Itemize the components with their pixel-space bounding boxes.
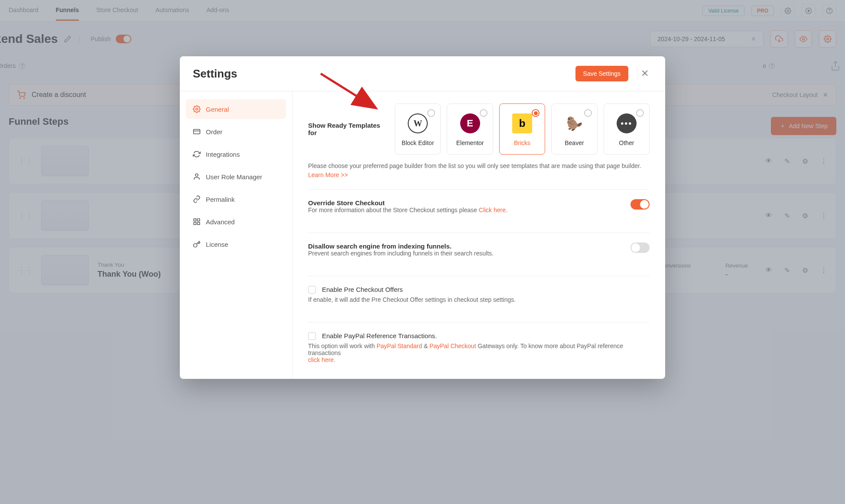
close-dialog-button[interactable]: ✕ xyxy=(637,66,652,81)
override-click-here-link[interactable]: Click here xyxy=(479,207,506,213)
nav-user-role[interactable]: User Role Manager xyxy=(186,167,286,187)
radio-icon xyxy=(427,109,435,117)
disallow-desc: Prevent search engines from including fu… xyxy=(308,250,630,257)
radio-icon xyxy=(584,109,592,117)
nav-integrations[interactable]: Integrations xyxy=(186,144,286,164)
builder-block-editor[interactable]: WBlock Editor xyxy=(395,103,441,155)
beaver-icon: 🦫 xyxy=(564,113,584,133)
dialog-title: Settings xyxy=(193,67,237,81)
nav-general[interactable]: General xyxy=(186,99,286,119)
period: . xyxy=(506,207,507,213)
paypal-click-here-link[interactable]: click here. xyxy=(308,356,335,363)
radio-icon xyxy=(636,109,644,117)
override-checkout-title: Override Store Checkout xyxy=(308,199,630,207)
learn-more-link[interactable]: Learn More >> xyxy=(308,171,348,178)
nav-advanced[interactable]: Advanced xyxy=(186,212,286,232)
nav-order[interactable]: Order xyxy=(186,122,286,142)
amp: & xyxy=(422,342,429,349)
builder-elementor[interactable]: EElementor xyxy=(447,103,493,155)
builder-help-text: Please choose your preferred page builde… xyxy=(308,162,641,169)
disallow-title: Disallow search engine from indexing fun… xyxy=(308,242,630,250)
settings-main-pane: Show Ready Templates for WBlock Editor E… xyxy=(292,91,665,379)
builder-name: Elementor xyxy=(452,139,488,146)
builder-name: Other xyxy=(608,139,645,146)
link-icon xyxy=(193,195,201,203)
svg-rect-14 xyxy=(194,219,196,221)
svg-rect-16 xyxy=(198,223,200,225)
paypal-checkbox[interactable] xyxy=(308,332,316,340)
more-icon: ••• xyxy=(617,113,637,133)
nav-permalink[interactable]: Permalink xyxy=(186,189,286,209)
bricks-icon: b xyxy=(512,113,532,133)
refresh-icon xyxy=(193,150,201,158)
builder-beaver[interactable]: 🦫Beaver xyxy=(551,103,597,155)
precheckout-checkbox[interactable] xyxy=(308,286,316,294)
templates-label: Show Ready Templates for xyxy=(308,122,386,136)
save-settings-button[interactable]: Save Settings xyxy=(575,66,628,81)
override-toggle[interactable] xyxy=(630,199,650,210)
paypal-checkout-link[interactable]: PayPal Checkout xyxy=(429,342,476,349)
svg-rect-11 xyxy=(194,129,200,134)
user-icon xyxy=(193,173,201,181)
settings-side-nav: General Order Integrations User Role Man… xyxy=(180,91,292,379)
svg-rect-17 xyxy=(194,223,196,225)
modal-overlay: Settings Save Settings ✕ General Order I… xyxy=(0,0,845,504)
svg-point-13 xyxy=(195,174,198,176)
builder-other[interactable]: •••Other xyxy=(604,103,650,155)
paypal-desc-pre: This option will work with xyxy=(308,342,377,349)
elementor-icon: E xyxy=(460,113,480,133)
grid-icon xyxy=(193,218,201,226)
paypal-standard-link[interactable]: PayPal Standard xyxy=(377,342,422,349)
svg-rect-15 xyxy=(198,219,200,221)
key-icon xyxy=(193,240,201,248)
radio-icon xyxy=(480,109,488,117)
settings-dialog: Settings Save Settings ✕ General Order I… xyxy=(180,56,665,379)
nav-license[interactable]: License xyxy=(186,234,286,254)
builder-name: Beaver xyxy=(556,139,592,146)
builder-name: Block Editor xyxy=(400,139,436,146)
paypal-title: Enable PayPal Reference Transactions. xyxy=(322,332,650,339)
precheckout-desc: If enable, it will add the Pre Checkout … xyxy=(308,296,650,303)
builder-bricks[interactable]: bBricks xyxy=(499,103,545,155)
radio-icon xyxy=(532,109,540,117)
card-icon xyxy=(193,128,201,136)
svg-point-10 xyxy=(196,108,198,110)
wordpress-icon: W xyxy=(408,113,428,133)
disallow-toggle[interactable] xyxy=(630,242,650,253)
override-desc: For more information about the Store Che… xyxy=(308,207,479,213)
gear-icon xyxy=(193,105,201,113)
precheckout-title: Enable Pre Checkout Offers xyxy=(322,286,650,293)
builder-name: Bricks xyxy=(504,139,540,146)
